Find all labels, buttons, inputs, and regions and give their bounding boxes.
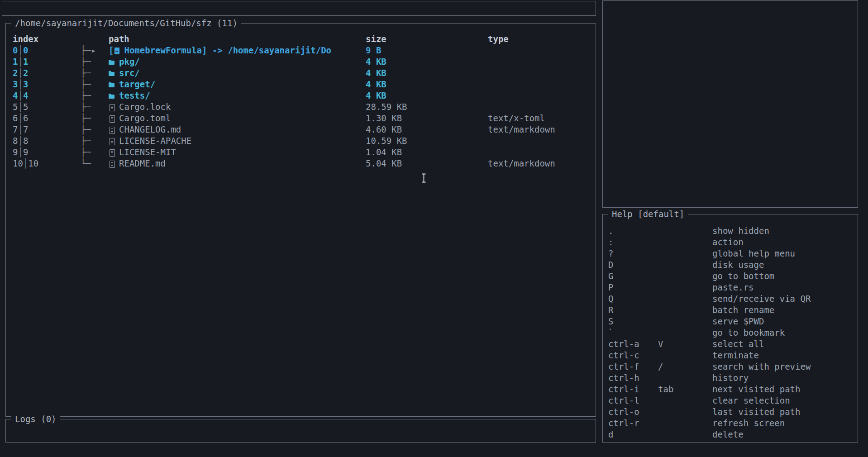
help-action: disk usage — [712, 259, 858, 271]
help-key: ctrl-h — [608, 372, 658, 384]
file-index: 1│1 — [13, 56, 81, 67]
file-size: 1.04 KB — [366, 147, 488, 158]
index-separator-icon: │ — [18, 147, 23, 157]
tree-branch-icon: ├─ — [81, 67, 109, 79]
file-row[interactable]: 5│5 ├─ Cargo.lock 28.59 KB — [13, 101, 596, 113]
file-row[interactable]: 6│6 ├─ Cargo.toml 1.30 KB text/x-toml — [13, 113, 596, 124]
file-path: LICENSE-MIT — [109, 147, 366, 158]
help-entry: : action — [608, 237, 858, 248]
help-action: search with preview — [712, 361, 858, 372]
file-row[interactable]: 7│7 ├─ CHANGELOG.md 4.60 KB text/markdow… — [13, 124, 596, 135]
help-entry: D disk usage — [608, 259, 858, 271]
column-header-size: size — [366, 33, 488, 45]
file-type — [488, 101, 596, 113]
help-action: next visited path — [712, 384, 858, 395]
help-key: ctrl-l — [608, 395, 658, 406]
tree-branch-icon: ├─▸ — [81, 45, 109, 56]
help-action: refresh screen — [712, 418, 858, 429]
help-entry: ctrl-r refresh screen — [608, 418, 858, 429]
help-entry: ctrl-c terminate — [608, 350, 858, 361]
tree-branch-icon: └─ — [81, 158, 109, 169]
file-name: Cargo.lock — [119, 102, 171, 112]
index-separator-icon: │ — [18, 102, 23, 112]
file-type — [488, 45, 596, 56]
help-action: delete — [712, 429, 858, 440]
help-action: terminate — [712, 350, 858, 361]
help-action: select all — [712, 338, 858, 350]
file-size: 1.30 KB — [366, 113, 488, 124]
help-entries: . show hidden : action ? global help men… — [603, 214, 858, 440]
file-name: tests/ — [119, 90, 150, 100]
file-icon — [109, 115, 115, 122]
file-index: 0│0 — [13, 45, 81, 56]
file-row[interactable]: 10│10 └─ README.md 5.04 KB text/markdown — [13, 158, 596, 169]
help-alt-key — [658, 225, 712, 237]
help-entry: S serve $PWD — [608, 316, 858, 327]
file-name: LICENSE-MIT — [119, 147, 176, 157]
help-alt-key — [658, 282, 712, 293]
help-alt-key — [658, 395, 712, 406]
file-rows: 0│0 ├─▸ [HomebrewFormula] -> /home/sayan… — [13, 45, 596, 169]
file-type: text/markdown — [488, 124, 596, 135]
file-size: 4 KB — [366, 67, 488, 79]
folder-icon — [109, 59, 115, 66]
help-alt-key — [658, 259, 712, 271]
sort-and-filter-bar: rel!^. › [c]dir↑ › [i]rel↓ — [2, 1, 596, 16]
column-header-spacer — [81, 33, 109, 45]
file-type — [488, 135, 596, 147]
file-index: 2│2 — [13, 67, 81, 79]
help-entry: d delete — [608, 429, 858, 440]
help-alt-key: tab — [658, 384, 712, 395]
file-path: tests/ — [109, 90, 366, 101]
help-key: ctrl-o — [608, 406, 658, 418]
help-action: clear selection — [712, 395, 858, 406]
tree-branch-icon: ├─ — [81, 56, 109, 67]
file-name: target/ — [119, 79, 155, 89]
help-key: R — [608, 305, 658, 316]
index-separator-icon: │ — [18, 124, 23, 134]
file-row[interactable]: 1│1 ├─ pkg/ 4 KB — [13, 56, 596, 67]
current-directory-title: /home/sayanarijit/Documents/GitHub/sfz (… — [11, 17, 241, 29]
file-index: 9│9 — [13, 147, 81, 158]
column-header-path: path — [109, 33, 366, 45]
file-icon — [109, 149, 115, 156]
file-row[interactable]: 8│8 ├─ LICENSE-APACHE 10.59 KB — [13, 135, 596, 147]
file-explorer-panel: /home/sayanarijit/Documents/GitHub/sfz (… — [5, 23, 596, 417]
mouse-cursor-ibeam — [420, 173, 427, 183]
file-icon — [109, 104, 115, 111]
file-index: 6│6 — [13, 113, 81, 124]
help-key: ? — [608, 248, 658, 259]
file-icon — [109, 161, 115, 167]
help-alt-key — [658, 429, 712, 440]
file-icon — [109, 138, 115, 145]
help-entry: ` go to bookmark — [608, 327, 858, 338]
file-size: 4 KB — [366, 90, 488, 101]
file-type — [488, 147, 596, 158]
help-action: paste.rs — [712, 282, 858, 293]
tree-branch-icon: ├─ — [81, 124, 109, 135]
help-key: D — [608, 259, 658, 271]
index-separator-icon: │ — [18, 113, 23, 123]
help-key: ctrl-a — [608, 338, 658, 350]
help-alt-key — [658, 237, 712, 248]
file-row[interactable]: 4│4 ├─ tests/ 4 KB — [13, 90, 596, 101]
file-row[interactable]: 2│2 ├─ src/ 4 KB — [13, 67, 596, 79]
tree-branch-icon: ├─ — [81, 90, 109, 101]
folder-icon — [109, 70, 115, 77]
file-row[interactable]: 3│3 ├─ target/ 4 KB — [13, 79, 596, 90]
help-action: send/receive via QR — [712, 293, 858, 305]
help-alt-key — [658, 406, 712, 418]
file-row[interactable]: 0│0 ├─▸ [HomebrewFormula] -> /home/sayan… — [13, 45, 596, 56]
file-name: README.md — [119, 158, 166, 168]
help-entry: ctrl-a V select all — [608, 338, 858, 350]
file-size: 10.59 KB — [366, 135, 488, 147]
file-size: 9 B — [366, 45, 488, 56]
file-row[interactable]: 9│9 ├─ LICENSE-MIT 1.04 KB — [13, 147, 596, 158]
file-name: src/ — [119, 68, 140, 78]
tree-branch-icon: ├─ — [81, 147, 109, 158]
help-key: : — [608, 237, 658, 248]
file-name: HomebrewFormula] -> /home/sayanarijit/Do — [124, 45, 331, 55]
help-alt-key — [658, 350, 712, 361]
help-key: ctrl-f — [608, 361, 658, 372]
file-type: text/markdown — [488, 158, 596, 169]
